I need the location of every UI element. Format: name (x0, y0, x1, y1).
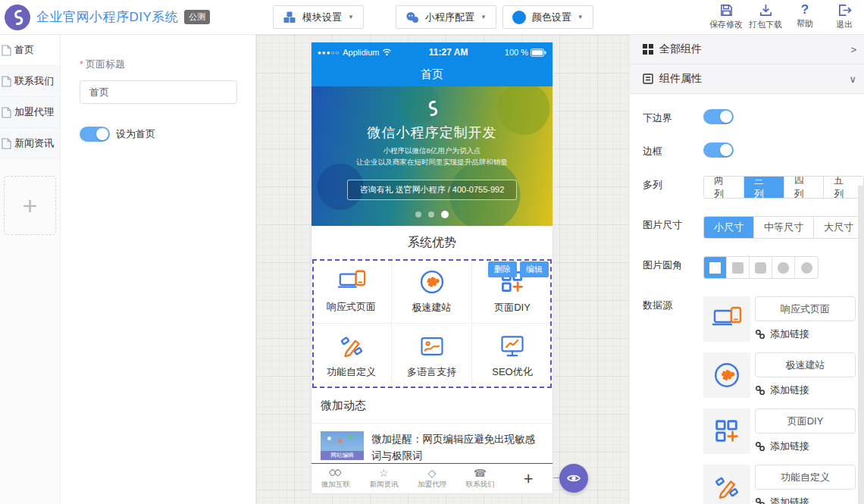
seo-icon (499, 333, 526, 360)
sidebar-item-agent[interactable]: 加盟代理 (0, 97, 60, 128)
preview-eye-button[interactable] (559, 464, 588, 493)
columns-segmented-control: 两列 三列 四列 五列 (703, 176, 864, 199)
radius-option-square-selected[interactable] (704, 257, 727, 278)
add-link-label: 添加链接 (770, 383, 809, 397)
all-components-header[interactable]: 全部组件 > (630, 35, 864, 64)
tab-contact[interactable]: ☎ 联系我们 (456, 464, 505, 493)
data-source-row: 添加链接 (703, 465, 856, 504)
download-icon (759, 3, 773, 17)
data-source-title-input[interactable] (755, 465, 856, 490)
adv-item-multilang[interactable]: 多语言支持 (392, 324, 472, 388)
signal-icon: ●●●○○ (318, 49, 340, 56)
edit-component-button[interactable]: 编辑 (520, 261, 549, 277)
page-icon (2, 45, 11, 56)
border-toggle[interactable] (703, 142, 734, 158)
adv-item-fast-build[interactable]: 极速建站 (392, 259, 472, 324)
responsive-page-icon (712, 305, 742, 333)
save-button[interactable]: 保存修改 (706, 3, 746, 30)
data-source-tile[interactable] (703, 465, 750, 504)
tab-news[interactable]: ☆ 新闻资讯 (360, 464, 409, 493)
add-page-button[interactable]: + (4, 176, 56, 235)
image-size-segmented-control: 小尺寸 中等尺寸 大尺寸 (703, 216, 864, 239)
size-option-large[interactable]: 大尺寸 (814, 217, 863, 238)
dot[interactable] (428, 211, 434, 218)
caret-down-icon: ▼ (348, 14, 354, 20)
page-settings-panel: *页面标题 设为首页 (61, 35, 256, 504)
prop-label: 图片圆角 (643, 256, 703, 279)
banner-cta-pill[interactable]: 咨询有礼 送官网小程序 / 400-0755-992 (347, 180, 518, 200)
banner-slide[interactable]: 微信小程序定制开发 小程序以微信8亿用户为切入点 让企业以及商家在短时间里实现提… (311, 86, 553, 226)
tab-weijia[interactable]: 微加互联 (311, 464, 360, 493)
color-circle-icon (512, 11, 526, 24)
advantages-section-title: 系统优势 (311, 226, 553, 259)
download-button[interactable]: 打包下载 (746, 3, 785, 30)
page-title-label: *页面标题 (80, 58, 236, 71)
brand: 企业官网小程序DIY系统 公测 (0, 5, 273, 30)
radius-option-1[interactable] (727, 257, 750, 278)
bottom-border-toggle[interactable] (703, 109, 734, 124)
data-source-title-input[interactable] (755, 352, 856, 377)
exit-button[interactable]: 退出 (825, 3, 864, 30)
page-sidebar: 首页 联系我们 加盟代理 新闻资讯 + (0, 35, 61, 504)
data-source-title-input[interactable] (755, 409, 856, 434)
sidebar-item-contact[interactable]: 联系我们 (0, 66, 60, 97)
data-source-title-input[interactable] (755, 296, 856, 321)
sidebar-item-home[interactable]: 首页 (0, 35, 60, 66)
data-source-tile[interactable] (703, 352, 750, 398)
module-settings-menu[interactable]: 模块设置 ▼ (273, 5, 364, 29)
color-settings-menu[interactable]: 颜色设置 ▼ (502, 5, 593, 29)
sidebar-item-news[interactable]: 新闻资讯 (0, 128, 60, 159)
chain-link-icon (755, 385, 765, 396)
workspace-canvas: ●●●○○ Applidium 11:27 AM 100 % (256, 35, 629, 504)
tab-add-button[interactable]: + (504, 464, 553, 493)
battery-status: 100 % (505, 48, 546, 57)
data-source-tile[interactable] (703, 296, 750, 342)
add-link-button[interactable]: 添加链接 (755, 440, 856, 453)
miniprogram-config-menu[interactable]: 小程序配置 ▼ (396, 5, 496, 29)
set-home-toggle[interactable] (80, 127, 110, 142)
phone-tabbar: 微加互联 ☆ 新闻资讯 ◇ 加盟代理 ☎ 联系我们 + (311, 463, 553, 493)
add-link-button[interactable]: 添加链接 (755, 383, 856, 397)
phone-nav-title: 首页 (311, 62, 553, 86)
set-home-label: 设为首页 (116, 127, 155, 141)
prop-columns: 多列 两列 三列 四列 五列 (643, 176, 864, 199)
radius-option-2[interactable] (750, 257, 772, 278)
adv-item-seo[interactable]: SEO优化 (472, 324, 553, 388)
add-link-button[interactable]: 添加链接 (755, 496, 856, 504)
chevron-right-icon: > (850, 44, 856, 55)
custom-function-icon (338, 333, 365, 360)
dot-active[interactable] (441, 211, 449, 218)
inspector-panel: 全部组件 > 组件属性 ∨ 下边界 边框 (629, 35, 864, 504)
chain-link-icon (755, 329, 765, 340)
radius-option-circle[interactable] (795, 257, 818, 278)
advantages-grid-component[interactable]: 响应式页面 极速建站 (311, 259, 553, 388)
data-source-tile[interactable] (703, 409, 750, 454)
dot[interactable] (415, 211, 421, 218)
size-option-medium[interactable]: 中等尺寸 (754, 217, 814, 238)
adv-item-custom-func[interactable]: 功能自定义 (311, 324, 392, 388)
delete-component-button[interactable]: 删除 (488, 261, 517, 277)
banner-heading: 微信小程序定制开发 (311, 124, 553, 142)
components-grid-icon (643, 44, 653, 55)
props-form: 下边界 边框 多列 两列 三列 四列 五列 图片 (630, 94, 864, 504)
page-title-input[interactable] (80, 80, 237, 104)
component-props-header[interactable]: 组件属性 ∨ (630, 64, 864, 94)
tab-agent[interactable]: ◇ 加盟代理 (408, 464, 456, 493)
adv-label: 功能自定义 (327, 365, 376, 379)
app: 企业官网小程序DIY系统 公测 模块设置 ▼ 小程序配置 (0, 0, 864, 504)
phone-statusbar: ●●●○○ Applidium 11:27 AM 100 % (311, 42, 553, 62)
inspector-scrollbar[interactable] (858, 186, 864, 504)
module-settings-label: 模块设置 (302, 11, 342, 24)
columns-option-4[interactable]: 四列 (784, 177, 825, 198)
add-link-button[interactable]: 添加链接 (755, 327, 856, 341)
size-option-small-selected[interactable]: 小尺寸 (704, 217, 754, 238)
radius-option-3[interactable] (772, 257, 795, 278)
news-list-item[interactable]: 网站编辑 微加提醒：网页编辑应避免出现敏感词与极限词 (311, 424, 553, 464)
adv-item-responsive[interactable]: 响应式页面 (311, 259, 392, 324)
save-label: 保存修改 (709, 19, 743, 30)
columns-option-3-selected[interactable]: 三列 (744, 177, 784, 198)
fast-build-icon (712, 361, 741, 390)
prop-image-radius: 图片圆角 (643, 256, 864, 279)
help-button[interactable]: ? 帮助 (785, 3, 825, 30)
columns-option-2[interactable]: 两列 (704, 177, 744, 198)
